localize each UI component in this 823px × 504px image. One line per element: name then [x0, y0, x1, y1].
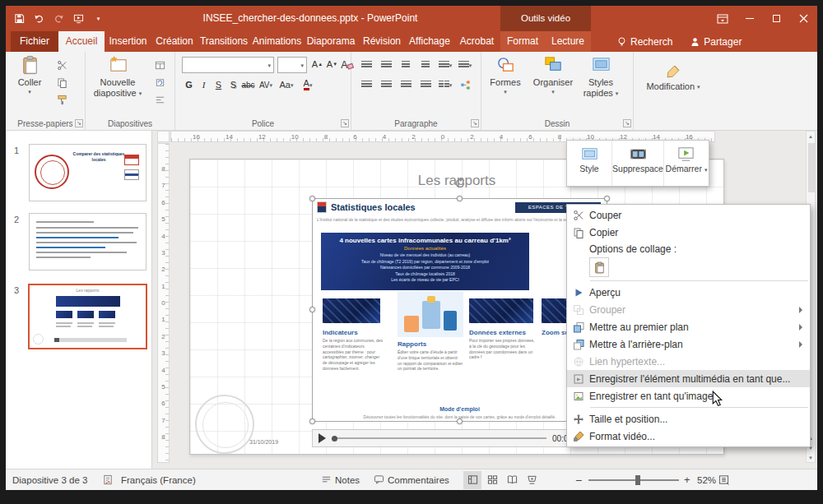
font-name-combo[interactable]: ▾	[182, 57, 274, 73]
text-direction-button[interactable]: ▾	[457, 58, 473, 72]
vertical-ruler[interactable]: 87654321012345678	[157, 143, 170, 463]
editing-button[interactable]: Modification▾	[637, 63, 709, 92]
font-size-combo[interactable]: ▾	[277, 57, 307, 73]
video-trim-button[interactable]: Supprespace	[612, 141, 664, 186]
normal-view-button[interactable]	[463, 471, 481, 489]
tab-creation[interactable]: Création	[151, 31, 198, 52]
align-right-button[interactable]	[398, 77, 414, 92]
cut-button[interactable]	[53, 58, 70, 72]
handle-top-left[interactable]	[309, 196, 315, 201]
handle-bottom-left[interactable]	[309, 418, 315, 424]
quick-styles-button[interactable]: Styles rapides▾	[580, 55, 621, 98]
slideshow-view-button[interactable]	[523, 471, 541, 489]
minimize-button[interactable]	[736, 6, 763, 31]
handle-top-middle[interactable]	[457, 196, 463, 201]
notes-toggle[interactable]: Notes	[321, 469, 360, 490]
tab-insertion[interactable]: Insertion	[105, 31, 151, 52]
copy-button[interactable]	[53, 75, 70, 90]
proofing-status-icon[interactable]	[103, 469, 114, 490]
thumbnail-slide-2[interactable]	[29, 213, 146, 270]
clipboard-dialog-launcher[interactable]: ↘	[75, 119, 83, 127]
section-button[interactable]	[151, 92, 168, 107]
share-button[interactable]: Partager	[684, 31, 748, 52]
handle-bottom-middle[interactable]	[457, 418, 463, 424]
arrange-button[interactable]: Organiser ▾	[529, 55, 577, 95]
change-case-button[interactable]: Aa▾	[277, 77, 296, 92]
text-shadow-button[interactable]: S	[226, 77, 240, 92]
bullets-button[interactable]	[358, 58, 374, 72]
justify-button[interactable]	[417, 77, 434, 92]
reading-view-button[interactable]	[503, 471, 521, 489]
menu-item-enregistrer-multimedia[interactable]: Enregistrer l'élément multimédia en tant…	[567, 370, 810, 387]
tab-fichier[interactable]: Fichier	[11, 31, 58, 52]
menu-item-format-video[interactable]: Format vidéo...	[567, 428, 810, 445]
indent-decrease-button[interactable]	[398, 58, 414, 72]
slide-layout-button[interactable]	[151, 58, 168, 72]
ribbon-display-options-button[interactable]	[709, 6, 736, 31]
tab-animations[interactable]: Animations	[250, 31, 304, 52]
columns-button[interactable]: ▾	[437, 77, 453, 92]
tab-diaporama[interactable]: Diaporama	[304, 31, 358, 52]
increase-font-button[interactable]: A▲	[310, 57, 324, 72]
handle-middle-left[interactable]	[309, 307, 315, 312]
tab-lecture[interactable]: Lecture	[545, 31, 591, 52]
menu-item-couper[interactable]: Couper	[567, 206, 810, 224]
indent-increase-button[interactable]	[417, 58, 434, 72]
tab-transitions[interactable]: Transitions	[198, 31, 250, 52]
menu-item-copier[interactable]: Copier	[567, 224, 810, 241]
start-slideshow-button[interactable]	[70, 9, 87, 28]
save-button[interactable]	[11, 9, 28, 28]
thumbnail-slide-1[interactable]: Comparer des statistiques locales	[29, 144, 146, 201]
numbering-button[interactable]	[378, 58, 394, 72]
align-left-button[interactable]	[358, 77, 374, 92]
underline-button[interactable]: S	[212, 77, 226, 92]
zoom-in-button[interactable]: +	[684, 469, 690, 490]
bold-button[interactable]: G	[182, 77, 196, 92]
format-painter-button[interactable]	[53, 92, 70, 107]
drawing-dialog-launcher[interactable]: ↘	[623, 119, 631, 127]
video-object[interactable]: Statistiques locales ESPACES DE TRAVAIL …	[312, 198, 607, 422]
slide-indicator[interactable]: Diapositive 3 de 3	[12, 469, 87, 490]
comments-toggle[interactable]: Commentaires	[374, 469, 449, 490]
video-start-button[interactable]: Démarrer▾	[664, 141, 709, 186]
tab-revision[interactable]: Révision	[358, 31, 406, 52]
paste-option-button[interactable]	[589, 257, 609, 277]
zoom-slider-thumb[interactable]	[635, 475, 640, 485]
undo-button[interactable]	[30, 9, 48, 28]
zoom-level[interactable]: 52%	[697, 469, 716, 490]
menu-item-apercu[interactable]: Aperçu	[567, 284, 810, 301]
paste-button[interactable]: Coller ▾	[11, 55, 49, 95]
play-button[interactable]	[319, 433, 326, 443]
tab-accueil[interactable]: Accueil	[58, 31, 105, 52]
fit-to-window-button[interactable]	[718, 469, 729, 490]
italic-button[interactable]: I	[197, 77, 211, 92]
zoom-out-button[interactable]: −	[575, 469, 582, 490]
scroll-up-arrow[interactable]: ▲	[807, 134, 815, 139]
font-dialog-launcher[interactable]: ↘	[341, 119, 349, 127]
handle-top-right[interactable]	[604, 196, 610, 201]
redo-button[interactable]	[50, 9, 67, 28]
zoom-slider[interactable]	[588, 479, 679, 481]
decrease-font-button[interactable]: A▼	[325, 57, 339, 72]
menu-item-premier-plan[interactable]: Mettre au premier plan	[567, 318, 810, 335]
strikethrough-button[interactable]: abc	[241, 77, 255, 92]
paragraph-dialog-launcher[interactable]: ↘	[471, 119, 479, 127]
menu-item-arriere-plan[interactable]: Mettre à l'arrière-plan	[567, 335, 810, 353]
maximize-button[interactable]	[763, 6, 790, 31]
menu-item-enregistrer-image[interactable]: Enregistrer en tant qu'image...	[567, 387, 810, 405]
tab-format[interactable]: Format	[500, 31, 545, 52]
align-center-button[interactable]	[378, 77, 394, 92]
close-button[interactable]	[790, 6, 817, 31]
font-color-button[interactable]: A▾	[297, 77, 319, 92]
smartart-convert-button[interactable]	[457, 77, 473, 92]
scrollbar-thumb[interactable]	[808, 143, 815, 192]
language-indicator[interactable]: Français (France)	[121, 469, 196, 490]
character-spacing-button[interactable]: AV▾	[256, 77, 276, 92]
tab-affichage[interactable]: Affichage	[406, 31, 453, 52]
video-style-button[interactable]: Style	[567, 141, 612, 186]
line-spacing-button[interactable]: ▾	[437, 58, 453, 72]
playback-timeline[interactable]	[332, 437, 546, 439]
customize-qat-button[interactable]: ▾	[90, 9, 107, 28]
thumbnail-slide-3[interactable]: Les rapports	[28, 284, 147, 349]
shapes-button[interactable]: Formes ▾	[485, 55, 526, 95]
